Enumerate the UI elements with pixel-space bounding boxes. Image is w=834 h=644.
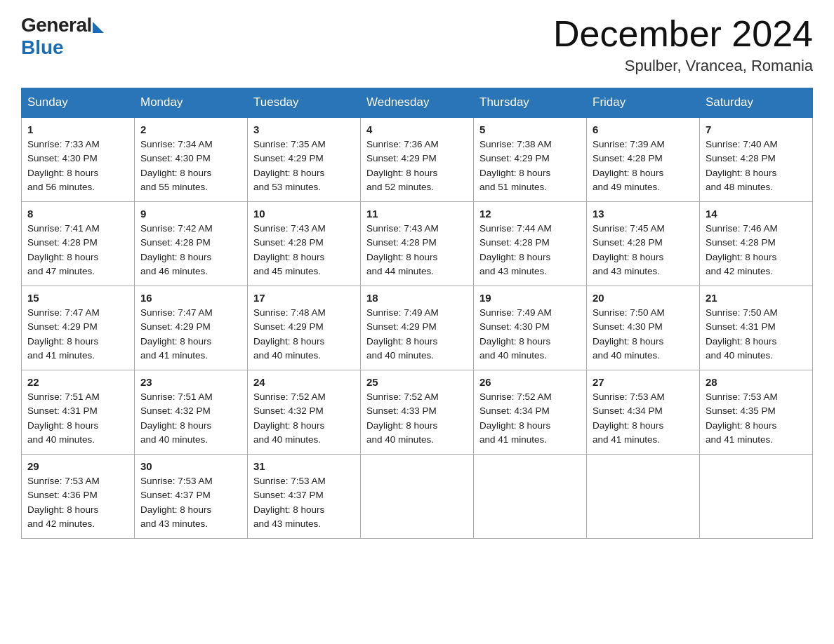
- calendar-cell: 1Sunrise: 7:33 AMSunset: 4:30 PMDaylight…: [22, 117, 135, 202]
- calendar-cell: 23Sunrise: 7:51 AMSunset: 4:32 PMDayligh…: [135, 370, 248, 455]
- day-number: 10: [253, 208, 355, 220]
- day-info: Sunrise: 7:53 AMSunset: 4:34 PMDaylight:…: [593, 390, 694, 447]
- calendar-cell: 26Sunrise: 7:52 AMSunset: 4:34 PMDayligh…: [474, 370, 587, 455]
- calendar-cell: 25Sunrise: 7:52 AMSunset: 4:33 PMDayligh…: [361, 370, 474, 455]
- day-info: Sunrise: 7:50 AMSunset: 4:30 PMDaylight:…: [593, 306, 694, 363]
- day-info: Sunrise: 7:52 AMSunset: 4:34 PMDaylight:…: [479, 390, 581, 447]
- calendar-cell: [361, 455, 474, 539]
- day-number: 26: [479, 376, 581, 388]
- day-number: 14: [706, 208, 807, 220]
- day-info: Sunrise: 7:49 AMSunset: 4:30 PMDaylight:…: [479, 306, 581, 363]
- day-number: 22: [27, 376, 128, 388]
- logo-general-text: General: [21, 14, 92, 36]
- day-info: Sunrise: 7:45 AMSunset: 4:28 PMDaylight:…: [593, 222, 694, 279]
- calendar-cell: 8Sunrise: 7:41 AMSunset: 4:28 PMDaylight…: [22, 202, 135, 286]
- day-info: Sunrise: 7:52 AMSunset: 4:33 PMDaylight:…: [366, 390, 468, 447]
- calendar-cell: [700, 455, 813, 539]
- day-number: 8: [27, 208, 128, 220]
- day-info: Sunrise: 7:53 AMSunset: 4:36 PMDaylight:…: [27, 474, 128, 531]
- calendar-cell: 12Sunrise: 7:44 AMSunset: 4:28 PMDayligh…: [474, 202, 587, 286]
- calendar-cell: [587, 455, 700, 539]
- page-header: General Blue December 2024 Spulber, Vran…: [21, 14, 813, 75]
- day-number: 2: [140, 123, 241, 135]
- day-info: Sunrise: 7:40 AMSunset: 4:28 PMDaylight:…: [706, 137, 807, 194]
- day-number: 25: [366, 376, 468, 388]
- day-number: 27: [593, 376, 694, 388]
- col-header-monday: Monday: [135, 88, 248, 118]
- col-header-friday: Friday: [587, 88, 700, 118]
- day-number: 17: [253, 292, 355, 304]
- day-number: 21: [706, 292, 807, 304]
- calendar-cell: 7Sunrise: 7:40 AMSunset: 4:28 PMDaylight…: [700, 117, 813, 202]
- day-number: 28: [706, 376, 807, 388]
- day-info: Sunrise: 7:33 AMSunset: 4:30 PMDaylight:…: [27, 137, 128, 194]
- day-info: Sunrise: 7:42 AMSunset: 4:28 PMDaylight:…: [140, 222, 241, 279]
- day-info: Sunrise: 7:38 AMSunset: 4:29 PMDaylight:…: [479, 137, 581, 194]
- day-number: 12: [479, 208, 581, 220]
- day-info: Sunrise: 7:53 AMSunset: 4:35 PMDaylight:…: [706, 390, 807, 447]
- title-area: December 2024 Spulber, Vrancea, Romania: [553, 14, 813, 75]
- day-info: Sunrise: 7:47 AMSunset: 4:29 PMDaylight:…: [140, 306, 241, 363]
- location-subtitle: Spulber, Vrancea, Romania: [553, 57, 813, 75]
- day-info: Sunrise: 7:36 AMSunset: 4:29 PMDaylight:…: [366, 137, 468, 194]
- day-number: 9: [140, 208, 241, 220]
- day-info: Sunrise: 7:43 AMSunset: 4:28 PMDaylight:…: [253, 222, 355, 279]
- calendar-week-row: 1Sunrise: 7:33 AMSunset: 4:30 PMDaylight…: [22, 117, 813, 202]
- calendar-week-row: 29Sunrise: 7:53 AMSunset: 4:36 PMDayligh…: [22, 455, 813, 539]
- calendar-cell: 2Sunrise: 7:34 AMSunset: 4:30 PMDaylight…: [135, 117, 248, 202]
- day-info: Sunrise: 7:44 AMSunset: 4:28 PMDaylight:…: [479, 222, 581, 279]
- calendar-week-row: 22Sunrise: 7:51 AMSunset: 4:31 PMDayligh…: [22, 370, 813, 455]
- calendar-cell: 9Sunrise: 7:42 AMSunset: 4:28 PMDaylight…: [135, 202, 248, 286]
- day-info: Sunrise: 7:48 AMSunset: 4:29 PMDaylight:…: [253, 306, 355, 363]
- calendar-cell: 19Sunrise: 7:49 AMSunset: 4:30 PMDayligh…: [474, 286, 587, 370]
- day-number: 19: [479, 292, 581, 304]
- day-info: Sunrise: 7:34 AMSunset: 4:30 PMDaylight:…: [140, 137, 241, 194]
- day-info: Sunrise: 7:41 AMSunset: 4:28 PMDaylight:…: [27, 222, 128, 279]
- calendar-cell: 16Sunrise: 7:47 AMSunset: 4:29 PMDayligh…: [135, 286, 248, 370]
- calendar-cell: 27Sunrise: 7:53 AMSunset: 4:34 PMDayligh…: [587, 370, 700, 455]
- calendar-cell: 10Sunrise: 7:43 AMSunset: 4:28 PMDayligh…: [248, 202, 361, 286]
- calendar-header-row: SundayMondayTuesdayWednesdayThursdayFrid…: [22, 88, 813, 118]
- day-info: Sunrise: 7:43 AMSunset: 4:28 PMDaylight:…: [366, 222, 468, 279]
- day-info: Sunrise: 7:52 AMSunset: 4:32 PMDaylight:…: [253, 390, 355, 447]
- col-header-thursday: Thursday: [474, 88, 587, 118]
- day-info: Sunrise: 7:46 AMSunset: 4:28 PMDaylight:…: [706, 222, 807, 279]
- day-number: 3: [253, 123, 355, 135]
- day-number: 5: [479, 123, 581, 135]
- day-info: Sunrise: 7:50 AMSunset: 4:31 PMDaylight:…: [706, 306, 807, 363]
- day-number: 13: [593, 208, 694, 220]
- day-info: Sunrise: 7:53 AMSunset: 4:37 PMDaylight:…: [253, 474, 355, 531]
- col-header-saturday: Saturday: [700, 88, 813, 118]
- logo-triangle-icon: [93, 22, 104, 33]
- col-header-wednesday: Wednesday: [361, 88, 474, 118]
- day-number: 30: [140, 460, 241, 472]
- calendar-week-row: 15Sunrise: 7:47 AMSunset: 4:29 PMDayligh…: [22, 286, 813, 370]
- calendar-cell: 14Sunrise: 7:46 AMSunset: 4:28 PMDayligh…: [700, 202, 813, 286]
- day-info: Sunrise: 7:51 AMSunset: 4:32 PMDaylight:…: [140, 390, 241, 447]
- month-title: December 2024: [553, 14, 813, 54]
- calendar-cell: 18Sunrise: 7:49 AMSunset: 4:29 PMDayligh…: [361, 286, 474, 370]
- day-info: Sunrise: 7:47 AMSunset: 4:29 PMDaylight:…: [27, 306, 128, 363]
- calendar-cell: 6Sunrise: 7:39 AMSunset: 4:28 PMDaylight…: [587, 117, 700, 202]
- logo-blue-text: Blue: [21, 36, 64, 58]
- calendar-cell: 3Sunrise: 7:35 AMSunset: 4:29 PMDaylight…: [248, 117, 361, 202]
- day-number: 7: [706, 123, 807, 135]
- day-info: Sunrise: 7:49 AMSunset: 4:29 PMDaylight:…: [366, 306, 468, 363]
- day-number: 11: [366, 208, 468, 220]
- calendar-cell: 13Sunrise: 7:45 AMSunset: 4:28 PMDayligh…: [587, 202, 700, 286]
- calendar-table: SundayMondayTuesdayWednesdayThursdayFrid…: [21, 88, 813, 539]
- day-info: Sunrise: 7:39 AMSunset: 4:28 PMDaylight:…: [593, 137, 694, 194]
- col-header-tuesday: Tuesday: [248, 88, 361, 118]
- calendar-cell: 24Sunrise: 7:52 AMSunset: 4:32 PMDayligh…: [248, 370, 361, 455]
- calendar-cell: 28Sunrise: 7:53 AMSunset: 4:35 PMDayligh…: [700, 370, 813, 455]
- day-info: Sunrise: 7:51 AMSunset: 4:31 PMDaylight:…: [27, 390, 128, 447]
- calendar-cell: [474, 455, 587, 539]
- day-number: 16: [140, 292, 241, 304]
- calendar-cell: 22Sunrise: 7:51 AMSunset: 4:31 PMDayligh…: [22, 370, 135, 455]
- calendar-cell: 5Sunrise: 7:38 AMSunset: 4:29 PMDaylight…: [474, 117, 587, 202]
- day-number: 15: [27, 292, 128, 304]
- day-info: Sunrise: 7:53 AMSunset: 4:37 PMDaylight:…: [140, 474, 241, 531]
- calendar-cell: 15Sunrise: 7:47 AMSunset: 4:29 PMDayligh…: [22, 286, 135, 370]
- day-number: 23: [140, 376, 241, 388]
- day-number: 4: [366, 123, 468, 135]
